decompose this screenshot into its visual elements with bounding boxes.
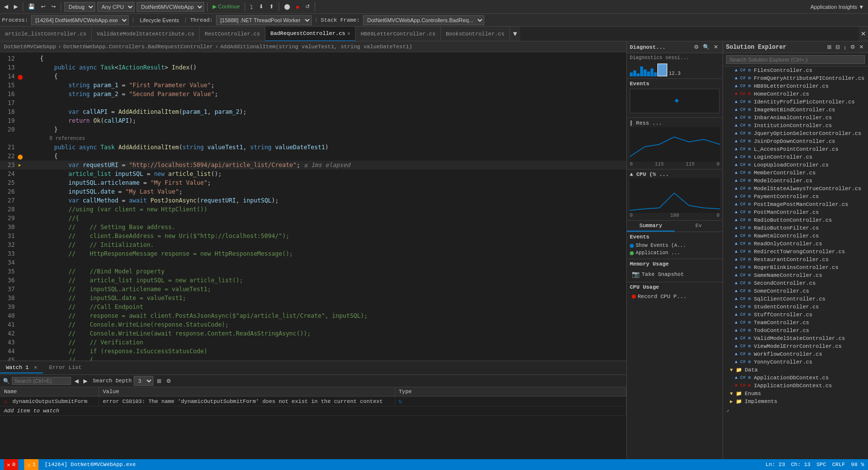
sol-item-second[interactable]: ▲ C# m SecondController.cs <box>723 279 868 287</box>
continue-btn[interactable]: ▶ Continue <box>211 2 242 11</box>
back-btn[interactable]: ◀ <box>2 2 10 11</box>
sol-item-raw-html[interactable]: ▲ C# m RawHtmlController.cs <box>723 232 868 240</box>
sol-item-radio-filter[interactable]: ▲ C# m RadioButtonFilter.cs <box>723 224 868 232</box>
sol-item-postman[interactable]: ▲ C# m PostManController.cs <box>723 208 868 216</box>
sol-item-image-not-bind[interactable]: ▲ C# m ImageNotBindController.cs <box>723 106 868 114</box>
code-editor[interactable]: 12 { 13 public async Task<IActionResult>… <box>0 52 626 361</box>
sol-item-login[interactable]: ▲ C# m LoginController.cs <box>723 153 868 161</box>
breakpoints-btn[interactable]: ⬤ <box>282 2 292 11</box>
undo-btn[interactable]: ↩ <box>39 2 47 11</box>
sol-item-jquery[interactable]: ▲ C# m JqueryOptionSelectorController.cs <box>723 130 868 137</box>
sol-search-input[interactable] <box>726 55 865 64</box>
sol-item-implements-folder[interactable]: ▶ 📁 Implements <box>723 398 868 405</box>
sol-item-same-name[interactable]: ▲ C# m SameNameController.cs <box>723 271 868 279</box>
tabs-close-all-btn[interactable]: ✕ <box>859 27 868 41</box>
sol-item-workflow[interactable]: ▲ C# m WorkflowController.cs <box>723 350 868 358</box>
sol-collapse-btn[interactable]: ↕ <box>842 43 848 51</box>
sol-item-app-db-context[interactable]: ▲ C# m ApplicationDbContext.cs <box>723 374 868 382</box>
sol-item-payment[interactable]: ▲ C# m PaymentController.cs <box>723 193 868 201</box>
watch1-close[interactable]: ✕ <box>34 365 37 370</box>
thread-selector[interactable]: [15888] .NET ThreadPool Worker <box>216 15 312 25</box>
debug-dropdown[interactable]: Debug <box>64 2 95 12</box>
sol-sync-btn[interactable]: ⊞ <box>826 43 833 51</box>
sol-item-data-folder[interactable]: ▼ 📁 Data <box>723 366 868 374</box>
sol-item-roger[interactable]: ▲ C# m RogerBlinkinsController.cs <box>723 264 868 271</box>
sol-item-iapp-db-context[interactable]: ● C# m IApplicationDbContext.cs <box>723 382 868 390</box>
save-btn[interactable]: 💾 <box>26 2 37 11</box>
sol-item-institution[interactable]: ▲ C# m InstitutionController.cs <box>723 122 868 130</box>
sol-item-view-model-error[interactable]: ▲ C# m ViewModelErrorController.cs <box>723 342 868 350</box>
status-warn-count[interactable]: ⚠ 1 <box>24 459 38 470</box>
sol-item-sql-client[interactable]: ▲ C# m SqlClientController.cs <box>723 295 868 303</box>
sol-item-model[interactable]: ▲ C# m ModelController.cs <box>723 177 868 185</box>
search-depth-selector[interactable]: 3 <box>134 376 153 386</box>
step-into-btn[interactable]: ⬇ <box>257 2 265 11</box>
step-out-btn[interactable]: ⬆ <box>267 2 276 11</box>
sol-item-redirect[interactable]: ▲ C# m RedirectToWrongController.cs <box>723 248 868 256</box>
lifecycle-events-btn[interactable]: Lifecycle Events <box>138 16 181 24</box>
sol-item-restaurant[interactable]: ▲ C# m RestaurantController.cs <box>723 256 868 264</box>
watch-search-input[interactable] <box>12 377 71 385</box>
sol-item-loop-upload[interactable]: ▲ C# m LoopUploadController.cs <box>723 161 868 169</box>
sol-item-student[interactable]: ▲ C# m StudentController.cs <box>723 303 868 311</box>
diag-show-events-row[interactable]: Show Events (A... <box>630 242 720 249</box>
diag-settings-btn[interactable]: ⚙ <box>692 43 700 51</box>
step-over-btn[interactable]: ⤵ <box>248 3 255 11</box>
tab-books-controller[interactable]: BooksController.cs <box>441 27 510 41</box>
sol-item-radio-button[interactable]: ▲ C# m RadioButtonController.cs <box>723 216 868 224</box>
forward-btn[interactable]: ▶ <box>12 2 20 11</box>
sol-item-valid-model[interactable]: ▲ C# m ValidModelStateController.cs <box>723 335 868 342</box>
watch-add-row[interactable]: Add item to watch <box>0 406 626 416</box>
sol-item-home[interactable]: ● C# m HomeController.cs <box>723 90 868 98</box>
app-insights-btn[interactable]: Application Insights ▼ <box>808 3 866 11</box>
diag-tab-events[interactable]: Ev <box>675 221 723 232</box>
process-selector[interactable]: [14264] DotNet6MVCWebApp.exe <box>31 15 129 25</box>
tab-hb89-controller[interactable]: HB89LetterController.cs <box>356 27 441 41</box>
sol-item-post-image[interactable]: ▲ C# m PostImagePostManController.cs <box>723 201 868 208</box>
record-cpu-btn[interactable]: Record CPU P... <box>630 292 720 301</box>
tab-bad-request-controller[interactable]: BadRequestController.cs ✕ <box>265 27 356 41</box>
sol-item-team[interactable]: ▲ C# m TeamController.cs <box>723 319 868 327</box>
sol-item-l-access[interactable]: ▲ C# m L_AccessPointController.cs <box>723 145 868 153</box>
sol-settings-btn[interactable]: ⚙ <box>849 43 857 51</box>
sol-item-stuff[interactable]: ▲ C# m StuffController.cs <box>723 311 868 319</box>
watch-nav-prev[interactable]: ◀ <box>73 377 80 385</box>
sol-item-enums-folder[interactable]: ▼ 📁 Enums <box>723 390 868 398</box>
editor-scroll-area[interactable]: 12 { 13 public async Task<IActionResult>… <box>0 52 626 361</box>
tab-rest-controller[interactable]: RestController.cs <box>200 27 265 41</box>
sol-item-member[interactable]: ▲ C# m MemberController.cs <box>723 169 868 177</box>
sol-item-inbar-animal[interactable]: ▲ C# m InbarAnimalController.cs <box>723 114 868 122</box>
diag-tab-summary[interactable]: Summary <box>627 221 675 232</box>
sol-item-read-only[interactable]: ▲ C# m ReadOnlyController.cs <box>723 240 868 248</box>
redo-btn[interactable]: ↪ <box>49 2 58 11</box>
watch-nav-next[interactable]: ▶ <box>82 377 89 385</box>
diag-search-btn[interactable]: 🔍 <box>701 43 711 51</box>
sol-item-jsin[interactable]: ▲ C# m JsinDropDownController.cs <box>723 137 868 145</box>
sol-close-btn[interactable]: ✕ <box>858 43 865 51</box>
stop-btn[interactable]: ■ <box>294 3 301 11</box>
status-error-count[interactable]: ✕ 0 <box>4 459 18 470</box>
tab-error-list[interactable]: Error List <box>43 363 87 373</box>
watch-settings-btn[interactable]: ⚙ <box>165 377 173 385</box>
watch-add-label[interactable]: Add item to watch <box>0 406 626 416</box>
sol-item-model-state[interactable]: ▲ C# m ModelStateAlwaysTrueController.cs <box>723 185 868 193</box>
sol-filter-btn[interactable]: ⊟ <box>834 43 841 51</box>
diag-application-row[interactable]: Application ... <box>630 249 720 257</box>
sol-item-yonny[interactable]: ▲ C# m YonnyController.cs <box>723 358 868 366</box>
sol-item-hb89[interactable]: ▲ C# m HB89LetterController.cs <box>723 82 868 90</box>
tab-validate-model[interactable]: ValidateModelStateAttribute.cs <box>92 27 200 41</box>
tab-close-bad-request[interactable]: ✕ <box>347 31 350 36</box>
stack-selector[interactable]: DotNet6MVCWebApp.Controllers.BadReq... <box>363 15 484 25</box>
diag-close-btn[interactable]: ✕ <box>712 43 720 51</box>
tab-watch1[interactable]: Watch 1 ✕ <box>0 362 43 373</box>
sol-item-some[interactable]: ▲ C# m SomeController.cs <box>723 287 868 295</box>
sol-item-todo[interactable]: ▲ C# m TodoController.cs <box>723 327 868 335</box>
take-snapshot-btn[interactable]: 📷 Take Snapshot <box>630 269 720 280</box>
sol-item-from-query[interactable]: ▲ C# m FromQueryAttributeAPIController.c… <box>723 74 868 82</box>
tabs-overflow-btn[interactable]: ▼ <box>510 27 520 41</box>
tab-article-list-controller[interactable]: article_listController.cs <box>0 27 92 41</box>
sol-item-files-controller[interactable]: ▲ C# m FilesController.cs <box>723 67 868 74</box>
watch-expand-btn[interactable]: ⊞ <box>155 377 163 385</box>
sol-item-identity[interactable]: ▲ C# m IdentityProfilePicController.cs <box>723 98 868 106</box>
cpu-dropdown[interactable]: Any CPU <box>97 2 135 12</box>
